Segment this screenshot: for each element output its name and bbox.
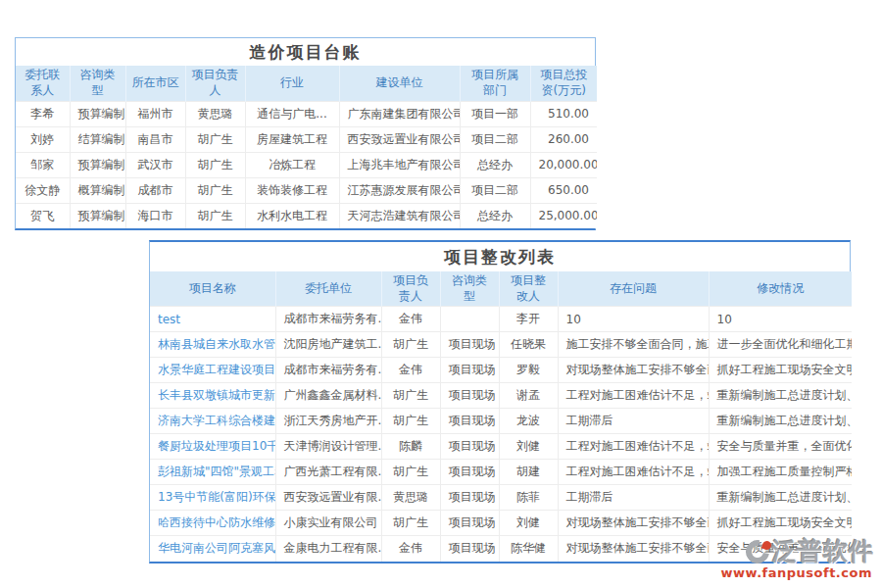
cell: 项目现场: [440, 332, 499, 358]
cell: 重新编制施工总进度计划、合理...: [709, 409, 852, 434]
table-row: 林南县城自来水取水管道...沈阳房地产建筑工...胡广生项目现场任晓果施工安排不…: [150, 332, 852, 358]
cell: 10: [558, 307, 709, 332]
cell: 成都市: [125, 177, 185, 203]
cell: 20,000.00: [530, 152, 597, 177]
cell: 广东南建集团有限公司: [339, 101, 460, 126]
cell: 25,000.00: [530, 203, 597, 228]
column-header: 项目所属部门: [460, 66, 530, 101]
project-rectification-panel: 项目整改列表 项目名称委托单位项目负责人咨询类型项目整改人存在问题修改情况 te…: [149, 240, 851, 564]
page: 造价项目台账 委托联系人咨询类型所在市区项目负责人行业建设单位项目所属部门项目总…: [0, 0, 882, 588]
project-link[interactable]: test: [150, 307, 275, 332]
table-row: 13号中节能(富阳)环保产...西安致远置业有限...黄思璐项目现场陈菲工期滞后…: [150, 485, 852, 511]
project-link[interactable]: 餐厨垃圾处理项目10千伏...: [150, 434, 275, 460]
cell: 邹家: [16, 152, 70, 177]
cell: 广西光萧工程有限...: [275, 460, 381, 485]
cell: 项目现场: [440, 536, 499, 562]
table-row: 刘婷结算编制南昌市胡广生房屋建筑工程西安致远置业有限公司项目二部260.00: [16, 126, 597, 152]
column-header: 项目总投资(万元): [530, 66, 597, 101]
cell: 预算编制: [70, 101, 125, 126]
cell: 抓好工程施工现场安全文明措施...: [709, 358, 852, 383]
rectify-title: 项目整改列表: [150, 242, 850, 271]
cell: 成都市来福劳务有...: [275, 358, 381, 383]
column-header: 委托单位: [275, 271, 381, 307]
cell: 胡广生: [185, 203, 245, 228]
cell: 海口市: [125, 203, 185, 228]
cell: 抓好工程施工现场安全文明措施...: [709, 511, 852, 536]
project-link[interactable]: 水景华庭工程建设项目: [150, 358, 275, 383]
cell: 总经办: [460, 152, 530, 177]
cell: 南昌市: [125, 126, 185, 152]
table-row: 李希预算编制福州市黄思璐通信与广电...广东南建集团有限公司项目一部510.00: [16, 101, 597, 126]
project-link[interactable]: 华电河南公司阿克塞风电...: [150, 536, 275, 562]
cell: 谢孟: [499, 383, 558, 409]
cell: 徐文静: [16, 177, 70, 203]
column-header: 所在市区: [125, 66, 185, 101]
cell: 西安致远置业有限公司: [339, 126, 460, 152]
cell: 工程对施工困难估计不足，站区...: [558, 460, 709, 485]
cell: 结算编制: [70, 126, 125, 152]
cell: 陈菲: [499, 485, 558, 511]
cell: 胡广生: [381, 511, 440, 536]
table-row: 哈西接待中心防水维修工程小康实业有限公司胡广生项目现场刘健对现场整体施工安排不够…: [150, 511, 852, 536]
cell: 胡广生: [381, 409, 440, 434]
cell: 金伟: [381, 307, 440, 332]
cell: 天津博润设计管理...: [275, 434, 381, 460]
cell: 项目二部: [460, 177, 530, 203]
column-header: 咨询类型: [440, 271, 499, 307]
table-row: 餐厨垃圾处理项目10千伏...天津博润设计管理...陈麟项目现场刘健工程对施工困…: [150, 434, 852, 460]
cell: 广州鑫鑫金属材料...: [275, 383, 381, 409]
cell: 金康电力工程有限...: [275, 536, 381, 562]
cell: 李希: [16, 101, 70, 126]
cell: 650.00: [530, 177, 597, 203]
cell: 项目现场: [440, 358, 499, 383]
column-header: 修改情况: [709, 271, 852, 307]
cost-project-ledger-table: 委托联系人咨询类型所在市区项目负责人行业建设单位项目所属部门项目总投资(万元) …: [16, 66, 597, 228]
brand-name: 泛普软件: [772, 535, 874, 567]
cell: 预算编制: [70, 152, 125, 177]
cell: 李开: [499, 307, 558, 332]
cell: 天河志浩建筑有限公司: [339, 203, 460, 228]
cell: 小康实业有限公司: [275, 511, 381, 536]
project-link[interactable]: 长丰县双墩镇城市更新项...: [150, 383, 275, 409]
cell: 胡广生: [381, 460, 440, 485]
cell: 胡广生: [381, 383, 440, 409]
table-row: 徐文静概算编制成都市胡广生装饰装修工程江苏惠源发展有限公司项目二部650.00: [16, 177, 597, 203]
project-link[interactable]: 13号中节能(富阳)环保产...: [150, 485, 275, 511]
project-link[interactable]: 彭祖新城"四馆"景观工程: [150, 460, 275, 485]
cell: 胡建: [499, 460, 558, 485]
cell: 金伟: [381, 536, 440, 562]
table-row: 邹家预算编制武汉市胡广生冶炼工程上海兆丰地产有限公司总经办20,000.00: [16, 152, 597, 177]
cell: 对现场整体施工安排不够全面合...: [558, 511, 709, 536]
cell: 工期滞后: [558, 409, 709, 434]
cell: 武汉市: [125, 152, 185, 177]
cell: 西安致远置业有限...: [275, 485, 381, 511]
table-row: 长丰县双墩镇城市更新项...广州鑫鑫金属材料...胡广生项目现场谢孟工程对施工困…: [150, 383, 852, 409]
cell: 沈阳房地产建筑工...: [275, 332, 381, 358]
cell: 510.00: [530, 101, 597, 126]
cell: 项目现场: [440, 383, 499, 409]
cell: 概算编制: [70, 177, 125, 203]
cell: 重新编制施工总进度计划、合理...: [709, 383, 852, 409]
column-header: 项目名称: [150, 271, 275, 307]
column-header: 项目整改人: [499, 271, 558, 307]
cell: 进一步全面优化和细化工期布置。: [709, 332, 852, 358]
cell: 黄思璐: [381, 485, 440, 511]
cell: 260.00: [530, 126, 597, 152]
cell: 项目一部: [460, 101, 530, 126]
cell: 罗毅: [499, 358, 558, 383]
project-link[interactable]: 哈西接待中心防水维修工程: [150, 511, 275, 536]
cell: 陈麟: [381, 434, 440, 460]
cell: 水利水电工程: [245, 203, 339, 228]
cell: [440, 307, 499, 332]
fanpu-logo-icon: [745, 539, 770, 564]
column-header: 委托联系人: [16, 66, 70, 101]
cell: 预算编制: [70, 203, 125, 228]
cell: 工程对施工困难估计不足，站区...: [558, 383, 709, 409]
project-link[interactable]: 济南大学工科综合楼建设: [150, 409, 275, 434]
table-row: 济南大学工科综合楼建设浙江天秀房地产开...胡广生项目现场龙波工期滞后重新编制施…: [150, 409, 852, 434]
column-header: 项目负责人: [185, 66, 245, 101]
project-link[interactable]: 林南县城自来水取水管道...: [150, 332, 275, 358]
cell: 项目现场: [440, 409, 499, 434]
fanpu-watermark: 泛普软件 www.fanpusoft.com: [708, 535, 874, 580]
column-header: 存在问题: [558, 271, 709, 307]
